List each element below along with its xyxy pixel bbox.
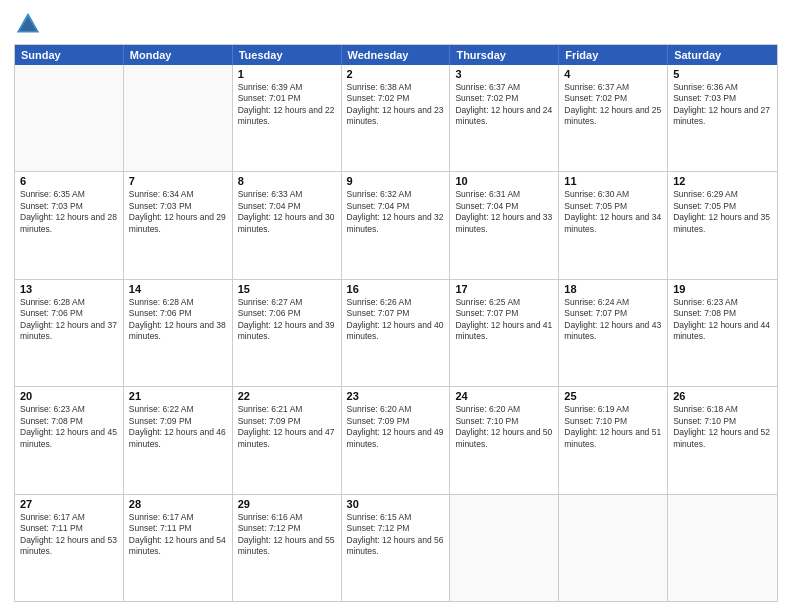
day-number: 17	[455, 283, 553, 295]
day-number: 12	[673, 175, 772, 187]
day-number: 10	[455, 175, 553, 187]
day-number: 14	[129, 283, 227, 295]
day-details: Sunrise: 6:29 AM Sunset: 7:05 PM Dayligh…	[673, 189, 772, 235]
day-details: Sunrise: 6:20 AM Sunset: 7:09 PM Dayligh…	[347, 404, 445, 450]
day-details: Sunrise: 6:39 AM Sunset: 7:01 PM Dayligh…	[238, 82, 336, 128]
empty-cell	[124, 65, 233, 171]
day-number: 15	[238, 283, 336, 295]
day-number: 5	[673, 68, 772, 80]
empty-cell	[559, 495, 668, 601]
day-cell-29: 29Sunrise: 6:16 AM Sunset: 7:12 PM Dayli…	[233, 495, 342, 601]
day-cell-9: 9Sunrise: 6:32 AM Sunset: 7:04 PM Daylig…	[342, 172, 451, 278]
day-cell-24: 24Sunrise: 6:20 AM Sunset: 7:10 PM Dayli…	[450, 387, 559, 493]
day-cell-25: 25Sunrise: 6:19 AM Sunset: 7:10 PM Dayli…	[559, 387, 668, 493]
day-details: Sunrise: 6:37 AM Sunset: 7:02 PM Dayligh…	[564, 82, 662, 128]
day-details: Sunrise: 6:30 AM Sunset: 7:05 PM Dayligh…	[564, 189, 662, 235]
day-number: 3	[455, 68, 553, 80]
day-details: Sunrise: 6:19 AM Sunset: 7:10 PM Dayligh…	[564, 404, 662, 450]
day-number: 26	[673, 390, 772, 402]
day-cell-15: 15Sunrise: 6:27 AM Sunset: 7:06 PM Dayli…	[233, 280, 342, 386]
day-details: Sunrise: 6:32 AM Sunset: 7:04 PM Dayligh…	[347, 189, 445, 235]
weekday-header-wednesday: Wednesday	[342, 45, 451, 65]
weekday-header-friday: Friday	[559, 45, 668, 65]
calendar-header: SundayMondayTuesdayWednesdayThursdayFrid…	[15, 45, 777, 65]
day-cell-21: 21Sunrise: 6:22 AM Sunset: 7:09 PM Dayli…	[124, 387, 233, 493]
day-number: 16	[347, 283, 445, 295]
day-cell-14: 14Sunrise: 6:28 AM Sunset: 7:06 PM Dayli…	[124, 280, 233, 386]
day-number: 20	[20, 390, 118, 402]
day-details: Sunrise: 6:17 AM Sunset: 7:11 PM Dayligh…	[20, 512, 118, 558]
day-number: 30	[347, 498, 445, 510]
day-cell-19: 19Sunrise: 6:23 AM Sunset: 7:08 PM Dayli…	[668, 280, 777, 386]
day-cell-26: 26Sunrise: 6:18 AM Sunset: 7:10 PM Dayli…	[668, 387, 777, 493]
day-details: Sunrise: 6:28 AM Sunset: 7:06 PM Dayligh…	[20, 297, 118, 343]
calendar-row-4: 20Sunrise: 6:23 AM Sunset: 7:08 PM Dayli…	[15, 386, 777, 493]
day-number: 18	[564, 283, 662, 295]
day-details: Sunrise: 6:23 AM Sunset: 7:08 PM Dayligh…	[673, 297, 772, 343]
day-cell-11: 11Sunrise: 6:30 AM Sunset: 7:05 PM Dayli…	[559, 172, 668, 278]
day-cell-3: 3Sunrise: 6:37 AM Sunset: 7:02 PM Daylig…	[450, 65, 559, 171]
day-cell-27: 27Sunrise: 6:17 AM Sunset: 7:11 PM Dayli…	[15, 495, 124, 601]
day-number: 21	[129, 390, 227, 402]
calendar-row-2: 6Sunrise: 6:35 AM Sunset: 7:03 PM Daylig…	[15, 171, 777, 278]
day-number: 1	[238, 68, 336, 80]
calendar-row-1: 1Sunrise: 6:39 AM Sunset: 7:01 PM Daylig…	[15, 65, 777, 171]
day-number: 6	[20, 175, 118, 187]
calendar-row-3: 13Sunrise: 6:28 AM Sunset: 7:06 PM Dayli…	[15, 279, 777, 386]
day-cell-8: 8Sunrise: 6:33 AM Sunset: 7:04 PM Daylig…	[233, 172, 342, 278]
day-details: Sunrise: 6:18 AM Sunset: 7:10 PM Dayligh…	[673, 404, 772, 450]
day-details: Sunrise: 6:25 AM Sunset: 7:07 PM Dayligh…	[455, 297, 553, 343]
day-cell-4: 4Sunrise: 6:37 AM Sunset: 7:02 PM Daylig…	[559, 65, 668, 171]
day-cell-6: 6Sunrise: 6:35 AM Sunset: 7:03 PM Daylig…	[15, 172, 124, 278]
empty-cell	[450, 495, 559, 601]
day-number: 24	[455, 390, 553, 402]
day-details: Sunrise: 6:21 AM Sunset: 7:09 PM Dayligh…	[238, 404, 336, 450]
day-details: Sunrise: 6:28 AM Sunset: 7:06 PM Dayligh…	[129, 297, 227, 343]
day-details: Sunrise: 6:36 AM Sunset: 7:03 PM Dayligh…	[673, 82, 772, 128]
day-number: 22	[238, 390, 336, 402]
weekday-header-sunday: Sunday	[15, 45, 124, 65]
day-cell-30: 30Sunrise: 6:15 AM Sunset: 7:12 PM Dayli…	[342, 495, 451, 601]
day-details: Sunrise: 6:34 AM Sunset: 7:03 PM Dayligh…	[129, 189, 227, 235]
day-cell-28: 28Sunrise: 6:17 AM Sunset: 7:11 PM Dayli…	[124, 495, 233, 601]
day-cell-20: 20Sunrise: 6:23 AM Sunset: 7:08 PM Dayli…	[15, 387, 124, 493]
day-number: 27	[20, 498, 118, 510]
day-number: 28	[129, 498, 227, 510]
day-number: 29	[238, 498, 336, 510]
weekday-header-saturday: Saturday	[668, 45, 777, 65]
day-cell-16: 16Sunrise: 6:26 AM Sunset: 7:07 PM Dayli…	[342, 280, 451, 386]
day-number: 11	[564, 175, 662, 187]
day-details: Sunrise: 6:35 AM Sunset: 7:03 PM Dayligh…	[20, 189, 118, 235]
calendar-row-5: 27Sunrise: 6:17 AM Sunset: 7:11 PM Dayli…	[15, 494, 777, 601]
day-cell-17: 17Sunrise: 6:25 AM Sunset: 7:07 PM Dayli…	[450, 280, 559, 386]
day-cell-10: 10Sunrise: 6:31 AM Sunset: 7:04 PM Dayli…	[450, 172, 559, 278]
day-details: Sunrise: 6:24 AM Sunset: 7:07 PM Dayligh…	[564, 297, 662, 343]
day-details: Sunrise: 6:33 AM Sunset: 7:04 PM Dayligh…	[238, 189, 336, 235]
day-details: Sunrise: 6:17 AM Sunset: 7:11 PM Dayligh…	[129, 512, 227, 558]
day-number: 23	[347, 390, 445, 402]
day-cell-1: 1Sunrise: 6:39 AM Sunset: 7:01 PM Daylig…	[233, 65, 342, 171]
header	[14, 10, 778, 38]
day-cell-5: 5Sunrise: 6:36 AM Sunset: 7:03 PM Daylig…	[668, 65, 777, 171]
day-cell-22: 22Sunrise: 6:21 AM Sunset: 7:09 PM Dayli…	[233, 387, 342, 493]
day-number: 25	[564, 390, 662, 402]
day-details: Sunrise: 6:20 AM Sunset: 7:10 PM Dayligh…	[455, 404, 553, 450]
day-cell-2: 2Sunrise: 6:38 AM Sunset: 7:02 PM Daylig…	[342, 65, 451, 171]
logo-area	[14, 10, 46, 38]
calendar: SundayMondayTuesdayWednesdayThursdayFrid…	[14, 44, 778, 602]
day-details: Sunrise: 6:31 AM Sunset: 7:04 PM Dayligh…	[455, 189, 553, 235]
weekday-header-monday: Monday	[124, 45, 233, 65]
day-cell-23: 23Sunrise: 6:20 AM Sunset: 7:09 PM Dayli…	[342, 387, 451, 493]
page: SundayMondayTuesdayWednesdayThursdayFrid…	[0, 0, 792, 612]
day-details: Sunrise: 6:16 AM Sunset: 7:12 PM Dayligh…	[238, 512, 336, 558]
day-number: 9	[347, 175, 445, 187]
day-details: Sunrise: 6:23 AM Sunset: 7:08 PM Dayligh…	[20, 404, 118, 450]
day-cell-13: 13Sunrise: 6:28 AM Sunset: 7:06 PM Dayli…	[15, 280, 124, 386]
day-details: Sunrise: 6:26 AM Sunset: 7:07 PM Dayligh…	[347, 297, 445, 343]
day-number: 7	[129, 175, 227, 187]
day-cell-18: 18Sunrise: 6:24 AM Sunset: 7:07 PM Dayli…	[559, 280, 668, 386]
weekday-header-tuesday: Tuesday	[233, 45, 342, 65]
calendar-body: 1Sunrise: 6:39 AM Sunset: 7:01 PM Daylig…	[15, 65, 777, 601]
logo-icon	[14, 10, 42, 38]
day-number: 8	[238, 175, 336, 187]
